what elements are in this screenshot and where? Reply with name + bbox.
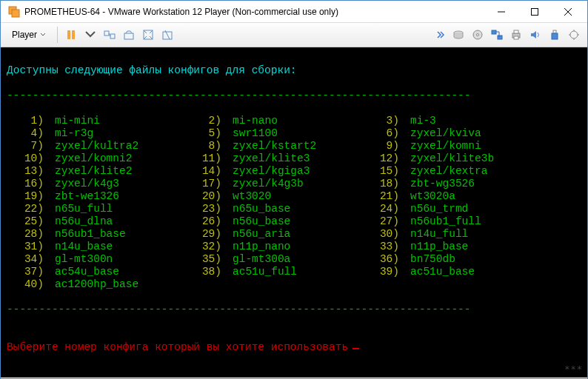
snapshot-button[interactable]: [120, 26, 138, 44]
config-number: 22): [7, 203, 44, 215]
config-number: 1): [7, 115, 44, 127]
config-number: 13): [7, 165, 44, 178]
config-item: 38)ac51u_full: [184, 266, 362, 278]
close-button[interactable]: [551, 1, 584, 22]
harddisk-icon[interactable]: [450, 26, 467, 44]
config-number: 23): [184, 203, 221, 215]
config-name: zyxel/k4g3b: [221, 178, 304, 190]
config-item: 18)zbt-wg3526: [362, 178, 540, 190]
config-row: 4)mi-r3g 5)swr1100 6)zyxel/kviva: [7, 127, 581, 140]
cursor-icon: [353, 348, 359, 349]
config-name: wt3020a: [399, 190, 455, 203]
config-item: 40)ac1200hp_base: [7, 278, 184, 291]
config-name: mi-mini: [44, 115, 100, 127]
config-name: zyxel/komni2: [44, 152, 132, 165]
config-item: 6)zyxel/kviva: [362, 127, 540, 140]
window-titlebar: PROMETHEUS-64 - VMware Workstation 12 Pl…: [1, 1, 587, 23]
config-item: 35)gl-mt300a: [184, 253, 362, 266]
config-item: 27)n56ub1_full: [362, 215, 540, 228]
config-item: 10)zyxel/komni2: [7, 152, 184, 165]
config-item: 20)wt3020: [184, 190, 362, 203]
network-icon[interactable]: [488, 26, 506, 44]
cdrom-icon[interactable]: [469, 26, 487, 44]
config-number: 31): [7, 241, 44, 253]
config-name: ac1200hp_base: [44, 278, 138, 291]
config-name: n65u_full: [44, 203, 113, 215]
config-number: 33): [362, 241, 399, 253]
config-item: 31)n14u_base: [7, 241, 184, 253]
config-item: 37)ac54u_base: [7, 266, 184, 278]
config-number: 4): [7, 127, 44, 140]
config-item: 23)n65u_base: [184, 203, 362, 215]
config-item: 32)n11p_nano: [184, 241, 362, 253]
player-menu[interactable]: Player: [5, 27, 53, 43]
tools-icon[interactable]: [565, 26, 583, 44]
config-name: mi-nano: [221, 115, 278, 127]
svg-rect-6: [67, 30, 70, 39]
fullscreen-button[interactable]: [139, 26, 157, 44]
config-number: 24): [362, 203, 399, 215]
config-number: 15): [362, 165, 399, 178]
config-number: 6): [362, 127, 399, 140]
config-name: n56u_base: [221, 215, 290, 228]
config-item: 17)zyxel/k4g3b: [184, 178, 362, 190]
printer-icon[interactable]: [507, 26, 525, 44]
config-item: 2)mi-nano: [184, 115, 362, 127]
config-item: 25)n56u_dlna: [7, 215, 184, 228]
config-number: 27): [362, 215, 399, 228]
svg-rect-21: [514, 36, 518, 39]
config-row: 28)n56ub1_base29)n56u_aria30)n14u_full: [7, 228, 581, 241]
unity-button[interactable]: [158, 26, 176, 44]
config-name: swr1100: [221, 127, 278, 140]
sound-icon[interactable]: [527, 26, 544, 44]
config-number: 34): [7, 253, 44, 266]
power-dropdown[interactable]: [81, 26, 99, 44]
config-name: n56ub1_full: [399, 215, 481, 228]
svg-rect-10: [124, 33, 133, 39]
send-ctrl-alt-del-button[interactable]: [101, 26, 118, 44]
maximize-button[interactable]: [518, 1, 551, 22]
svg-rect-18: [498, 36, 502, 39]
svg-rect-7: [72, 30, 75, 39]
config-row: 10)zyxel/komni211)zyxel/klite312)zyxel/k…: [7, 152, 581, 165]
toolbar-separator: [57, 27, 58, 43]
minimize-button[interactable]: [484, 1, 518, 22]
svg-rect-23: [552, 33, 558, 39]
config-item: 8)zyxel/kstart2: [184, 140, 362, 152]
terminal-output[interactable]: Доступны следующие файлы конфигов для сб…: [1, 47, 587, 378]
config-item: 28)n56ub1_base: [7, 228, 184, 241]
svg-rect-22: [553, 30, 556, 33]
usb-icon[interactable]: [546, 26, 564, 44]
config-name: zbt-we1326: [44, 190, 119, 203]
svg-point-16: [477, 34, 479, 36]
config-item: 26)n56u_base: [184, 215, 362, 228]
devices-chevron-icon[interactable]: [430, 26, 448, 44]
svg-rect-8: [104, 31, 109, 36]
config-item: 22)n65u_full: [7, 203, 184, 215]
config-item: 13)zyxel/klite2: [7, 165, 184, 178]
config-number: 18): [362, 178, 399, 190]
config-name: ac51u_base: [399, 266, 475, 278]
player-menu-label: Player: [12, 30, 37, 40]
config-name: mi-r3g: [44, 127, 93, 140]
config-name: zyxel/kviva: [399, 127, 481, 140]
svg-rect-17: [492, 30, 496, 34]
svg-point-24: [570, 31, 578, 38]
config-number: 21): [362, 190, 399, 203]
config-name: zyxel/kextra: [399, 165, 487, 178]
config-number: 29): [184, 228, 221, 241]
config-name: zyxel/kultra2: [44, 140, 138, 152]
config-number: 40): [7, 278, 44, 291]
vmware-toolbar: Player: [1, 23, 587, 47]
pause-button[interactable]: [62, 26, 80, 44]
config-item: 7)zyxel/kultra2: [7, 140, 184, 152]
config-number: 19): [7, 190, 44, 203]
config-row: 31)n14u_base32)n11p_nano33)n11p_base: [7, 241, 581, 253]
config-item: 4)mi-r3g: [7, 127, 184, 140]
config-item: 36)bn750db: [362, 253, 540, 266]
config-name: zyxel/k4g3: [44, 178, 119, 190]
config-name: n11p_base: [399, 241, 468, 253]
terminal-divider: ----------------------------------------…: [7, 303, 581, 316]
chevron-down-icon: [40, 32, 46, 38]
config-number: 25): [7, 215, 44, 228]
